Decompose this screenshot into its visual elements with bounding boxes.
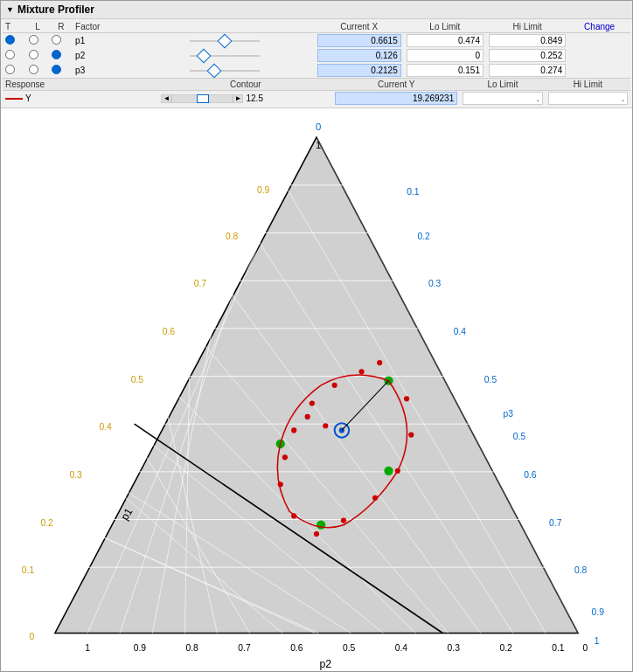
slider-p2[interactable]: [185, 55, 264, 57]
t-radio-p1[interactable]: [5, 35, 15, 45]
hilimit-header: Hi Limit: [486, 21, 568, 33]
r-radio-p1[interactable]: [52, 35, 61, 45]
factor-row-p3: p3 0.2125 0.151 0.274: [3, 63, 630, 78]
response-table: Response Contour Current Y Lo Limit Hi L…: [3, 78, 630, 106]
title-bar: ▼ Mixture Profiler: [1, 1, 632, 19]
p2-tick-1: 1: [85, 643, 90, 653]
p3-tick-08: 0.8: [574, 565, 588, 575]
slider-p3[interactable]: [185, 70, 264, 72]
p3-tick-03: 0.3: [428, 279, 442, 288]
contour-value-y: 12.5: [246, 94, 262, 103]
r-radio-p3[interactable]: [52, 65, 61, 74]
contour-slider-y[interactable]: ◄ ► 12.5: [161, 94, 330, 103]
p3-tick-01: 0.1: [407, 187, 420, 197]
response-name-y: Y: [5, 94, 156, 103]
p2-tick-03: 0.3: [448, 643, 461, 653]
contour-dot: [291, 427, 296, 433]
l-header: L: [26, 21, 50, 33]
response-lolimit-y[interactable]: .: [463, 92, 542, 105]
axis-top-label: 0: [316, 121, 321, 132]
contour-right-arrow[interactable]: ►: [233, 94, 243, 103]
lolimit-p1[interactable]: 0.474: [407, 34, 483, 47]
change-link[interactable]: Change: [584, 22, 615, 31]
p1-tick-01: 0.1: [22, 565, 35, 575]
contour-dot: [323, 423, 328, 428]
response-row-y: Y ◄ ► 12.5 19.269231: [3, 91, 630, 107]
p3-tick-04: 0.4: [454, 327, 467, 336]
hilimit-p3[interactable]: 0.274: [489, 64, 566, 77]
lolimit-p2[interactable]: 0: [407, 49, 483, 62]
currenty-col-header: Current Y: [332, 79, 460, 91]
collapse-icon[interactable]: ▼: [6, 5, 14, 14]
hilimit-p1[interactable]: 0.849: [489, 34, 566, 47]
contour-dot: [408, 432, 414, 437]
axis-top-1: 1: [316, 140, 321, 150]
factor-name-p2: p2: [73, 48, 183, 63]
mixture-profiler-window: ▼ Mixture Profiler T L R Factor Current …: [0, 0, 633, 672]
contour-dot: [404, 396, 409, 401]
p3-tick-09: 0.9: [592, 607, 605, 617]
t-radio-p2[interactable]: [5, 50, 15, 59]
response-lo-header: Lo Limit: [460, 79, 545, 91]
currentx-p1[interactable]: 0.6615: [317, 34, 401, 47]
currentx-p2[interactable]: 0.126: [317, 49, 401, 62]
p1-tick-04: 0.4: [100, 422, 113, 432]
p2-tick-02: 0.2: [499, 643, 512, 653]
contour-dot: [341, 517, 346, 523]
p2-tick-06: 0.6: [290, 643, 303, 653]
p2-tick-01: 0.1: [552, 643, 565, 653]
contour-dot: [310, 400, 315, 405]
lolimit-header: Lo Limit: [404, 21, 486, 33]
currentx-header: Current X: [315, 21, 404, 33]
contour-left-arrow[interactable]: ◄: [161, 94, 171, 103]
p3-tick-05: 0.5: [484, 375, 497, 384]
slider-p1[interactable]: [185, 40, 264, 42]
hilimit-p2[interactable]: 0.252: [489, 49, 566, 62]
p2-tick-08: 0.8: [185, 643, 198, 653]
p3-tick-1: 1: [595, 636, 600, 646]
p3-tick-07: 0.7: [549, 518, 562, 528]
contour-col-header: Contour: [158, 79, 332, 91]
currentx-p3[interactable]: 0.2125: [317, 64, 401, 77]
chart-area[interactable]: 0 1 0.9 0.8 0.7 0.6 0.5 0.4 0.3 0.2 0.1 …: [1, 108, 632, 671]
p1-tick-06: 0.6: [163, 327, 176, 336]
t-header: T: [3, 21, 26, 33]
factor-name-p3: p3: [73, 63, 183, 78]
factor-header: Factor: [73, 21, 183, 33]
lolimit-p3[interactable]: 0.151: [407, 64, 483, 77]
p1-tick-05: 0.5: [131, 375, 144, 384]
p2-axis-label: p2: [319, 658, 331, 670]
p3-tick-06: 0.6: [524, 470, 537, 480]
contour-dot: [314, 531, 319, 537]
currenty-value-y: 19.269231: [335, 92, 457, 105]
contour-thumb[interactable]: [197, 94, 209, 103]
p2-tick-05: 0.5: [343, 643, 356, 653]
contour-dot: [305, 414, 310, 419]
l-radio-p2[interactable]: [29, 50, 38, 59]
factor-row-p1: p1 0.6615 0.474 0.849: [3, 33, 630, 49]
p1-tick-03: 0.3: [70, 470, 83, 480]
response-col-header: Response: [3, 79, 158, 91]
desirable-point: [316, 521, 325, 530]
window-title: Mixture Profiler: [17, 3, 94, 16]
contour-track[interactable]: [171, 94, 233, 103]
p1-tick-02: 0.2: [40, 518, 53, 528]
p3-tick-02: 0.2: [418, 232, 431, 241]
contour-dot: [358, 369, 364, 374]
response-header-row: Response Contour Current Y Lo Limit Hi L…: [3, 79, 630, 91]
t-radio-p3[interactable]: [5, 65, 15, 74]
p2-tick-09: 0.9: [134, 643, 147, 653]
p3-axis-label-pos: p3: [504, 409, 514, 419]
l-radio-p3[interactable]: [29, 65, 38, 74]
l-radio-p1[interactable]: [29, 35, 38, 45]
p1-tick-0: 0: [29, 632, 34, 641]
ternary-plot[interactable]: 0 1 0.9 0.8 0.7 0.6 0.5 0.4 0.3 0.2 0.1 …: [1, 108, 632, 671]
r-radio-p2[interactable]: [52, 50, 61, 59]
factors-table: T L R Factor Current X Lo Limit Hi Limit…: [3, 21, 630, 78]
response-hilimit-y[interactable]: .: [548, 92, 628, 105]
p2-tick-0: 0: [582, 643, 588, 653]
p1-tick-08: 0.8: [226, 232, 239, 241]
p1-tick-07: 0.7: [194, 279, 207, 288]
p2-tick-07: 0.7: [238, 643, 251, 653]
factor-row-p2: p2 0.126 0 0.252: [3, 48, 630, 63]
